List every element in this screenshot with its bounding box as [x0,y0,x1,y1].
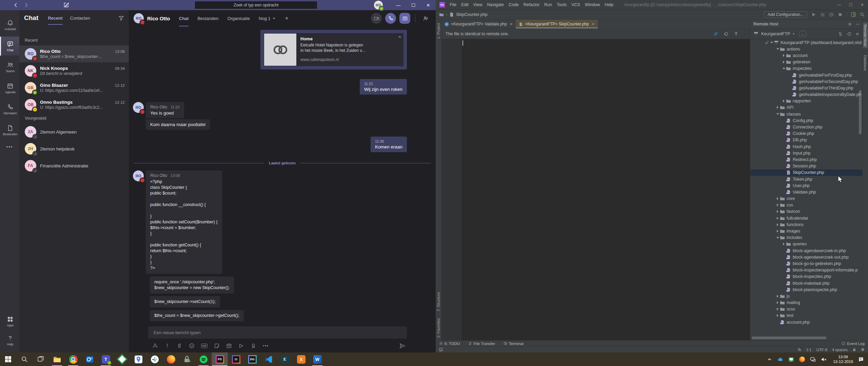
suggested-contact-item[interactable]: 2H2lemon helpdesk [19,140,129,157]
tree-item-js[interactable]: js [750,293,862,299]
gear-icon[interactable] [848,22,852,26]
tool-window-database[interactable]: Database [863,55,867,71]
attach-icon[interactable] [177,343,182,349]
tree-collapsed-arrow-icon[interactable] [782,243,786,245]
priority-icon[interactable] [164,343,170,349]
tree-expanded-arrow-icon[interactable] [782,68,786,69]
tree-item-block-planinspectie-php[interactable]: PHPblock-planinspectie.php [750,286,862,293]
chat-list-item[interactable]: OBOnno Bastings12-12U: https://gyazo.com… [19,96,129,113]
taskbar-firefox-icon[interactable] [163,352,179,366]
menu-code[interactable]: Code [506,2,521,7]
tree-expanded-arrow-icon[interactable] [775,113,780,115]
editor[interactable] [441,39,750,340]
tree-item-css[interactable]: css [750,202,862,208]
hector-inspector-icon[interactable] [861,348,865,351]
tree-item-account[interactable]: account [750,52,862,59]
emoji-icon[interactable] [189,343,195,349]
tab-validate[interactable]: C <KeurgarantFTP> Validate.php ✕ [441,20,516,28]
tree-item-block-inspectierapport-i[interactable]: PHPblock-inspectierapport-informatie.p [750,267,862,273]
close-button[interactable]: ✕ [421,0,436,10]
taskbar-teams-icon[interactable]: T [98,352,114,366]
run-button[interactable] [811,12,816,17]
menu-window[interactable]: Window [583,2,602,7]
browse-button[interactable]: ... [799,31,806,37]
sidebar-item-agenda[interactable]: Agenda [0,79,19,98]
tree-collapsed-arrow-icon[interactable] [775,314,780,317]
suggested-contact-item[interactable]: 2A2lemon Algemeen [19,123,129,140]
taskbar-outlook-icon[interactable] [81,352,98,366]
sidebar-item-activiteit[interactable]: Activiteit [0,16,19,35]
tree-collapsed-arrow-icon[interactable] [775,204,780,206]
add-people-button[interactable] [420,13,431,24]
tool-window-remote-host[interactable]: Remote Host [863,22,868,48]
tool-windows-toggle-icon[interactable] [439,348,443,351]
tree-item-getavailableforsecondday[interactable]: PHPgetAvailableForSecondDay.php [750,78,862,85]
menu-refactor[interactable]: Refactor [521,2,542,7]
tool-window-favorites[interactable]: 2: Favorites [436,318,440,338]
taskbar-vscode-icon[interactable] [260,352,277,366]
indent-setting[interactable]: 4 spaces [832,348,848,352]
taskbar-chrome-icon[interactable] [65,352,81,366]
tree-item-getavailableforfirstday-[interactable]: PHPgetAvailableForFirstDay.php [750,72,862,78]
tree-collapsed-arrow-icon[interactable] [775,295,780,298]
sticker-icon[interactable] [214,343,220,349]
praise-icon[interactable] [251,343,256,349]
sidebar-item-chat[interactable]: Chat [0,37,19,56]
sidebar-item-bestanden[interactable]: Bestanden [0,121,19,140]
taskbar-e-app-icon[interactable]: E [277,352,293,366]
tree-collapsed-arrow-icon[interactable] [775,106,780,109]
tray-expand-icon[interactable] [767,357,772,362]
more-apps-icon[interactable]: ••• [0,142,19,152]
tab-recent[interactable]: Recent [48,10,62,26]
tree-item-api[interactable]: API [750,104,862,111]
minimize-button[interactable]: — [833,0,845,9]
tree-item-rapporten[interactable]: rapporten [750,98,862,104]
new-chat-icon[interactable] [63,2,69,8]
tree-item-user-php[interactable]: PHPUser.php [750,182,862,189]
message-input[interactable]: Een nieuw bericht typen [148,326,407,339]
tree-collapsed-arrow-icon[interactable] [782,100,786,102]
tree-item-session-php[interactable]: PHPSession.php [750,163,862,169]
tree-collapsed-arrow-icon[interactable] [782,61,786,63]
horizontal-scrollbar[interactable] [752,337,826,339]
sync-icon[interactable] [713,32,718,36]
tree-collapsed-arrow-icon[interactable] [782,54,786,57]
maximize-button[interactable]: ☐ [845,0,856,9]
tab-chat[interactable]: Chat [179,10,189,26]
tree-collapsed-arrow-icon[interactable] [775,217,780,220]
taskbar-start-icon[interactable] [0,352,16,366]
menu-help[interactable]: Help [602,2,616,7]
tree-item-inspecties[interactable]: inspecties [750,65,862,72]
taskbar-phpstorm-icon[interactable]: PS [212,352,228,366]
chevron-up-icon[interactable] [398,35,402,39]
tree-item-redirect-php[interactable]: PHPRedirect.php [750,156,862,163]
taskbar-datagrip-icon[interactable]: DG [244,352,260,366]
file-encoding[interactable]: UTF-8 [816,348,827,352]
tree-item-block-agendaverzoek-out-[interactable]: PHPblock-agendaverzoek-out.php [750,254,862,260]
stop-button[interactable] [838,12,843,17]
tool-window-terminal[interactable]: Terminal [504,342,524,346]
tree-item-actions[interactable]: actions [750,46,862,52]
minimize-button[interactable]: — [391,0,406,10]
coverage-button[interactable] [829,12,834,17]
tree-collapsed-arrow-icon[interactable] [775,210,780,213]
tree-expanded-arrow-icon[interactable] [775,48,780,50]
tree-item-cookie-php[interactable]: PHPCookie.php [750,130,862,137]
tree-item-includes[interactable]: includes [750,235,862,241]
search-input[interactable]: Zoek of typ een opdracht [195,1,317,9]
close-icon[interactable]: ✕ [856,32,859,37]
suggested-contact-item[interactable]: FAFinanciële Administratie [19,157,129,174]
refresh-icon[interactable] [847,32,851,36]
tree-item-block-inspecties-php[interactable]: PHPblock-inspecties.php [750,273,862,280]
tab-skipcounter[interactable]: <KeurgarantFTP> SkipCounter.php ✕ [516,20,597,28]
chat-list-item[interactable]: GBGino Blaazer12-12U: https://gyazo.com/… [19,79,129,96]
link-preview-card[interactable]: Home Eetcafé Hotel Napoleon is gelegenin… [264,33,403,66]
tree-item-block-agendaverzoek-in-p[interactable]: PHPblock-agendaverzoek-in.php [750,247,862,254]
event-log-button[interactable]: Event Log [842,342,865,346]
taskbar-slack-icon[interactable] [146,352,163,366]
caret-position[interactable]: 1:1 [806,348,811,352]
sort-icon[interactable] [838,32,843,36]
add-configuration-button[interactable]: Add Configuration... [764,11,807,18]
filter-icon[interactable] [118,15,124,21]
tree-item-test[interactable]: test [750,312,862,319]
